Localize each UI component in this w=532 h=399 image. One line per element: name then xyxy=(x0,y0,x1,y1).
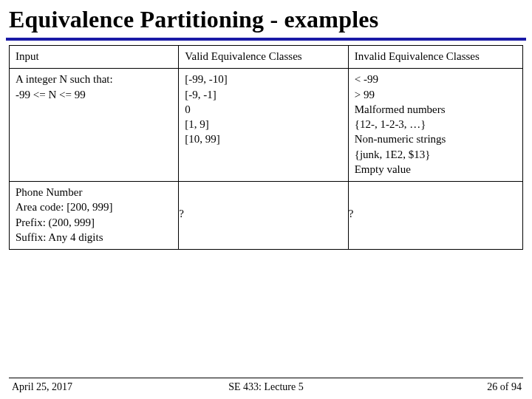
table-row: A integer N such that:-99 <= N <= 99 [-9… xyxy=(10,69,523,182)
header-input: Input xyxy=(10,46,179,69)
title-underline xyxy=(6,38,526,41)
footer: April 25, 2017 SE 433: Lecture 5 26 of 9… xyxy=(0,381,532,393)
cell-valid-question: ? xyxy=(179,182,348,250)
equivalence-table: Input Valid Equivalence Classes Invalid … xyxy=(9,45,523,250)
footer-date: April 25, 2017 xyxy=(12,381,72,393)
footer-center: SE 433: Lecture 5 xyxy=(0,381,532,393)
footer-rule xyxy=(9,378,523,378)
slide-title: Equivalence Partitioning - examples xyxy=(9,6,523,36)
cell-input: A integer N such that:-99 <= N <= 99 xyxy=(10,69,179,182)
table-header-row: Input Valid Equivalence Classes Invalid … xyxy=(10,46,523,69)
header-valid: Valid Equivalence Classes xyxy=(179,46,348,69)
table-row: Phone NumberArea code: [200, 999]Prefix:… xyxy=(10,182,523,250)
cell-invalid-question: ? xyxy=(348,182,522,250)
header-invalid: Invalid Equivalence Classes xyxy=(348,46,522,69)
cell-valid: [-99, -10][-9, -1]0[1, 9][10, 99] xyxy=(179,69,348,182)
cell-invalid: < -99> 99Malformed numbers {12-, 1-2-3, … xyxy=(348,69,522,182)
cell-input: Phone NumberArea code: [200, 999]Prefix:… xyxy=(10,182,179,250)
slide: Equivalence Partitioning - examples Inpu… xyxy=(0,0,532,399)
footer-page: 26 of 94 xyxy=(487,381,522,393)
